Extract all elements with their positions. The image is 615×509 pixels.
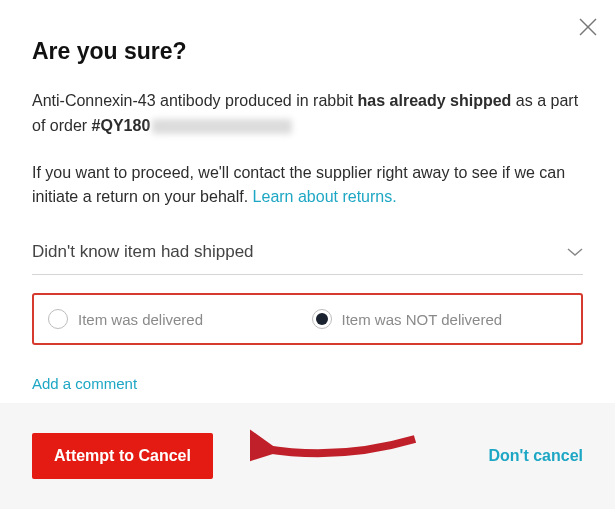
modal-content: Are you sure? Anti-Connexin-43 antibody …	[0, 0, 615, 393]
radio-item-not-delivered[interactable]: Item was NOT delivered	[308, 307, 572, 331]
chevron-down-icon	[567, 243, 583, 261]
reason-select[interactable]: Didn't know item had shipped	[32, 232, 583, 275]
radio-icon	[312, 309, 332, 329]
shipped-message: Anti-Connexin-43 antibody produced in ra…	[32, 89, 583, 139]
add-comment-link[interactable]: Add a comment	[32, 375, 137, 392]
radio-label: Item was delivered	[78, 311, 203, 328]
modal-footer: Attempt to Cancel Don't cancel	[0, 403, 615, 509]
cancel-modal: Are you sure? Anti-Connexin-43 antibody …	[0, 0, 615, 509]
dont-cancel-button[interactable]: Don't cancel	[489, 447, 584, 465]
radio-icon	[48, 309, 68, 329]
text: Anti-Connexin-43 antibody produced in ra…	[32, 92, 358, 109]
text-bold: has already shipped	[358, 92, 512, 109]
proceed-message: If you want to proceed, we'll contact th…	[32, 161, 583, 211]
learn-about-returns-link[interactable]: Learn about returns.	[253, 188, 397, 205]
delivery-status-group: Item was delivered Item was NOT delivere…	[32, 293, 583, 345]
redacted-text	[152, 119, 292, 134]
modal-title: Are you sure?	[32, 38, 583, 65]
attempt-to-cancel-button[interactable]: Attempt to Cancel	[32, 433, 213, 479]
order-number: #QY180	[92, 117, 151, 134]
reason-select-value: Didn't know item had shipped	[32, 242, 254, 262]
radio-label: Item was NOT delivered	[342, 311, 503, 328]
close-icon[interactable]	[579, 18, 597, 36]
radio-item-delivered[interactable]: Item was delivered	[44, 307, 308, 331]
